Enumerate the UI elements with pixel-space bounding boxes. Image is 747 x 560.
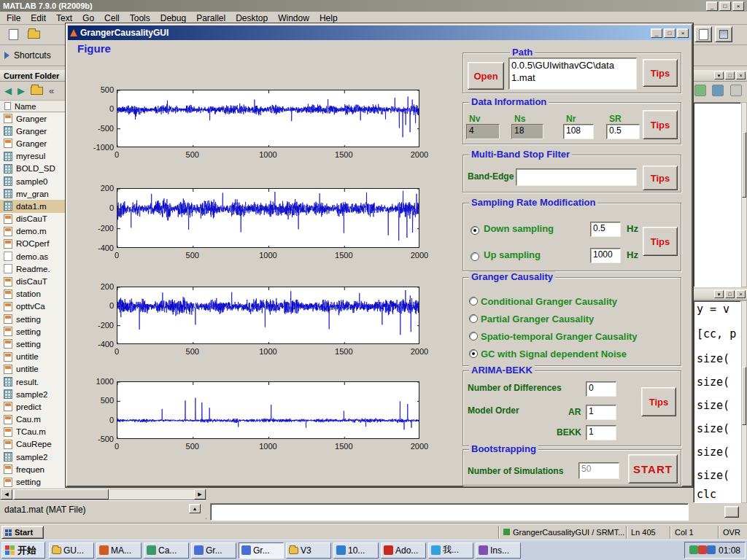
- matlab-start-button[interactable]: Start: [1, 526, 44, 539]
- vertical-scrollbar[interactable]: [741, 102, 747, 287]
- command-window-strip[interactable]: [210, 503, 689, 521]
- taskbar-button[interactable]: 10...: [333, 542, 379, 559]
- bekk-order-field[interactable]: 1: [586, 425, 616, 440]
- editor-vertical-scrollbar[interactable]: [741, 300, 747, 503]
- folder-up-icon[interactable]: [31, 87, 43, 95]
- data-info-field[interactable]: 4: [466, 124, 500, 139]
- sampling-tips-button[interactable]: Tips: [643, 227, 678, 256]
- menu-desktop[interactable]: Desktop: [231, 13, 273, 23]
- taskbar-button[interactable]: Gr...: [191, 542, 236, 559]
- editor-pane[interactable]: y = v[cc, psize(size(size(size(size(size…: [693, 300, 741, 503]
- path-tips-button[interactable]: Tips: [643, 59, 678, 87]
- scroll-right-icon[interactable]: ▶: [194, 489, 206, 499]
- close-icon[interactable]: ×: [736, 290, 746, 298]
- tray-icon[interactable]: [707, 545, 716, 554]
- maximize-icon[interactable]: □: [719, 1, 731, 11]
- data-info-field[interactable]: 108: [563, 124, 594, 139]
- desktop-layout-button[interactable]: [715, 26, 732, 42]
- dock-icon[interactable]: ▾: [714, 71, 724, 79]
- collapse-icon[interactable]: «: [49, 85, 54, 96]
- granger-option-radio[interactable]: [469, 349, 478, 358]
- matlab-titlebar[interactable]: MATLAB 7.9.0 (R2009b) _ □ ×: [0, 0, 747, 12]
- taskbar-button[interactable]: Ins...: [476, 542, 521, 559]
- data-info-label: SR: [609, 114, 622, 124]
- signal-trace: [117, 96, 419, 137]
- band-edge-field[interactable]: [516, 168, 637, 186]
- taskbar-button[interactable]: Gr...: [239, 542, 284, 559]
- close-icon[interactable]: ×: [732, 1, 744, 11]
- scrollbar-thumb[interactable]: [14, 489, 109, 499]
- down-sampling-label[interactable]: Down sampling: [484, 223, 554, 234]
- editor-titlebar[interactable]: ▾ □ ×: [693, 289, 747, 300]
- granger-option-label[interactable]: Spatio-temporal Granger Causality: [481, 331, 638, 342]
- help-button[interactable]: [694, 26, 712, 42]
- windows-start-button[interactable]: 开始: [1, 542, 45, 559]
- data-info-field[interactable]: 18: [511, 124, 543, 139]
- taskbar-button[interactable]: MA...: [96, 542, 142, 559]
- forward-icon[interactable]: ▶: [18, 85, 25, 96]
- up-sampling-radio[interactable]: [471, 252, 479, 261]
- granger-option-radio[interactable]: [469, 314, 478, 323]
- taskbar-button[interactable]: GU...: [49, 542, 94, 559]
- maximize-icon[interactable]: □: [725, 290, 735, 298]
- minimize-icon[interactable]: _: [706, 1, 718, 11]
- menu-edit[interactable]: Edit: [26, 13, 51, 23]
- cell-icon[interactable]: [730, 85, 742, 96]
- collapse-detail-icon[interactable]: ▴: [189, 504, 201, 513]
- granger-option-label[interactable]: Partial Granger Causality: [481, 314, 594, 324]
- dock-icon[interactable]: ▾: [714, 290, 724, 298]
- dialog-maximize-icon[interactable]: □: [664, 28, 676, 38]
- filter-tips-button[interactable]: Tips: [643, 166, 678, 190]
- data-info-tips-button[interactable]: Tips: [643, 110, 678, 139]
- menu-tools[interactable]: Tools: [125, 13, 155, 23]
- maximize-icon[interactable]: □: [725, 71, 735, 79]
- taskbar-button-label: GU...: [63, 545, 84, 556]
- run-icon[interactable]: [694, 85, 706, 96]
- open-button[interactable]: Open: [468, 62, 504, 90]
- tray-icon[interactable]: [698, 545, 707, 554]
- open-file-button[interactable]: [25, 27, 42, 43]
- menu-text[interactable]: Text: [51, 13, 77, 23]
- back-icon[interactable]: ◀: [4, 85, 12, 96]
- granger-option-label[interactable]: GC with Signal dependent Noise: [481, 349, 627, 359]
- data-info-field[interactable]: 0.5: [606, 124, 640, 139]
- path-field[interactable]: 0.0.5\GUIwithavGC\data1.mat: [508, 58, 637, 90]
- menu-help[interactable]: Help: [314, 13, 343, 23]
- scrollbar-thumb[interactable]: [742, 367, 746, 425]
- menu-debug[interactable]: Debug: [155, 13, 191, 23]
- taskbar-button[interactable]: Ca...: [144, 542, 189, 559]
- scroll-left-icon[interactable]: ◀: [1, 489, 12, 499]
- up-sampling-rate-field[interactable]: 1000: [590, 248, 621, 263]
- taskbar-button[interactable]: V3: [286, 542, 331, 559]
- start-button[interactable]: START: [628, 454, 678, 483]
- taskbar-button[interactable]: Ado...: [381, 542, 426, 559]
- dialog-titlebar[interactable]: GrangerCausalityGUI _ □ ×: [68, 26, 691, 40]
- down-sampling-rate-field[interactable]: 0.5: [590, 222, 621, 237]
- y-axis-tick-label: 0: [80, 203, 114, 212]
- ar-order-field[interactable]: 1: [586, 405, 616, 420]
- taskbar-button[interactable]: 我...: [428, 542, 473, 559]
- menu-window[interactable]: Window: [273, 13, 314, 23]
- tray-icon[interactable]: [689, 545, 698, 554]
- num-differences-field[interactable]: 0: [586, 381, 616, 397]
- menu-parallel[interactable]: Parallel: [191, 13, 231, 23]
- dialog-minimize-icon[interactable]: _: [651, 28, 662, 38]
- granger-option-radio[interactable]: [469, 332, 478, 341]
- menu-go[interactable]: Go: [77, 13, 99, 23]
- menu-cell[interactable]: Cell: [99, 13, 125, 23]
- close-icon[interactable]: ×: [736, 71, 746, 79]
- scrollbar-thumb[interactable]: [742, 132, 746, 198]
- granger-option-label[interactable]: Conditional Granger Causality: [481, 296, 617, 307]
- file-name: mv_gran: [16, 190, 49, 198]
- arima-tips-button[interactable]: Tips: [641, 387, 676, 416]
- num-simulations-field[interactable]: 50: [578, 462, 619, 479]
- publish-icon[interactable]: [712, 85, 724, 96]
- menu-file[interactable]: File: [1, 13, 26, 23]
- new-file-button[interactable]: [4, 27, 22, 43]
- up-sampling-label[interactable]: Up sampling: [484, 249, 541, 260]
- down-sampling-radio[interactable]: [471, 226, 479, 235]
- granger-option-radio[interactable]: [469, 297, 478, 306]
- docked-panel-titlebar[interactable]: ▾ □ ×: [693, 70, 747, 82]
- horizontal-scrollbar[interactable]: ◀ ▶: [0, 489, 206, 500]
- dialog-close-icon[interactable]: ×: [677, 28, 689, 38]
